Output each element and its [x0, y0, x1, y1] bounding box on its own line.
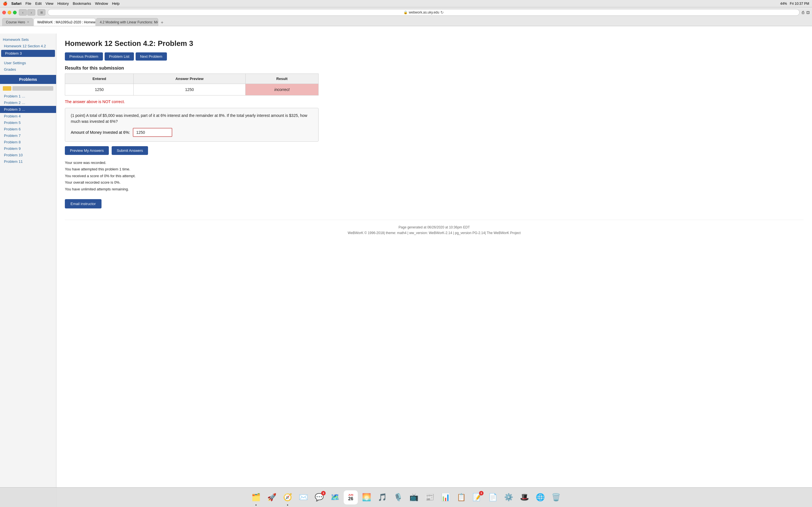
bookmarks-menu[interactable]: Bookmarks [73, 1, 91, 6]
main-content: Homework 12 Section 4.2: Problem 3 Previ… [56, 34, 812, 507]
previous-problem-button[interactable]: Previous Problem [65, 52, 103, 61]
sidebar-item-problem4[interactable]: Problem 4 [0, 113, 56, 119]
close-button[interactable] [2, 11, 6, 14]
share-icon[interactable]: ⎙ [802, 10, 804, 15]
sidebar-homework-sets-link[interactable]: Homework Sets [0, 36, 56, 43]
dock-mail[interactable]: ✉️ [296, 490, 310, 504]
dock-trash[interactable]: 🗑️ [549, 490, 563, 504]
problem-box: (1 point) A total of $5,000 was invested… [65, 108, 319, 142]
maximize-button[interactable] [13, 11, 17, 14]
dock-numbers[interactable]: 📊 [439, 490, 453, 504]
history-menu[interactable]: History [57, 1, 68, 6]
sidebar-homework-12-link[interactable]: Homework 12 Section 4.2 [0, 43, 56, 49]
dock-keynote[interactable]: 📋 [454, 490, 468, 504]
dock-news[interactable]: 📰 [423, 490, 437, 504]
view-menu[interactable]: View [46, 1, 54, 6]
forward-button[interactable]: › [28, 9, 35, 15]
sidebar-problem-3-active[interactable]: Problem 3 [1, 50, 55, 57]
dock-safari[interactable]: 🧭 [281, 490, 295, 504]
footer-line-2: WeBWorK © 1996-2018| theme: math4 | ww_v… [69, 230, 799, 236]
dock-maps[interactable]: 🗺️ [328, 490, 342, 504]
help-menu[interactable]: Help [112, 1, 119, 6]
sidebar-item-problem3-active[interactable]: Problem 3 … [0, 106, 56, 113]
dock-calendar[interactable]: JUN 26 [344, 490, 358, 504]
email-instructor-button[interactable]: Email instructor [65, 199, 101, 209]
dock-music[interactable]: 🎵 [375, 490, 389, 504]
browser-chrome: ‹ › ⊞ 🔒 webwork.as.uky.edu ↻ ⎙ ⊡ Course … [0, 7, 812, 26]
apple-menu-icon[interactable]: 🍎 [3, 1, 7, 6]
address-bar[interactable]: 🔒 webwork.as.uky.edu ↻ [48, 9, 800, 16]
sidebar-grades-link[interactable]: Grades [0, 66, 56, 73]
progress-yellow-fill [3, 86, 11, 91]
dock-finder[interactable]: 🗂️ [249, 490, 263, 504]
tab-webwork[interactable]: WeBWorK : MA109Su2-2020 : Homework_12_Se… [34, 18, 96, 26]
tab-close-icon[interactable]: ✕ [27, 20, 29, 24]
new-tab-icon[interactable]: ⊡ [806, 10, 810, 15]
next-problem-button[interactable]: Next Problem [136, 52, 167, 61]
sidebar-item-problem10[interactable]: Problem 10 [0, 152, 56, 158]
safari-menu[interactable]: Safari [11, 1, 21, 6]
input-row: Amount of Money Invested at 6%: [71, 128, 313, 137]
dock-alfred[interactable]: 🎩 [517, 490, 531, 504]
money-invested-input[interactable] [133, 128, 172, 137]
tab-label: 4.2 Modeling with Linear Functions: MA10… [100, 20, 158, 24]
back-button[interactable]: ‹ [19, 9, 27, 15]
browser-tabs: Course Hero ✕ WeBWorK : MA109Su2-2020 : … [2, 17, 810, 26]
result-value: incorrect [245, 84, 318, 96]
sidebar: Homework Sets Homework 12 Section 4.2 Pr… [0, 34, 56, 507]
submit-answers-button[interactable]: Submit Answers [112, 146, 148, 155]
dock-podcasts[interactable]: 🎙️ [391, 490, 405, 504]
sidebar-item-problem1[interactable]: Problem 1 … [0, 93, 56, 100]
page-footer: Page generated at 06/26/2020 at 10:36pm … [65, 220, 804, 240]
url-text: webwork.as.uky.edu [409, 10, 439, 14]
score-line-5: You have unlimited attempts remaining. [65, 186, 804, 192]
problem-text: (1 point) A total of $5,000 was invested… [71, 113, 313, 124]
dock-photos[interactable]: 🌅 [359, 490, 373, 504]
dock-word[interactable]: 📄 [486, 490, 500, 504]
edit-menu[interactable]: Edit [35, 1, 42, 6]
window-menu[interactable]: Window [95, 1, 108, 6]
sidebar-item-problem2[interactable]: Problem 2 … [0, 100, 56, 106]
tab-course-hero[interactable]: Course Hero ✕ [2, 18, 33, 26]
clock: Fri 10:37 PM [790, 2, 809, 6]
sidebar-toggle-button[interactable]: ⊞ [38, 9, 45, 15]
tab-label: WeBWorK : MA109Su2-2020 : Homework_12_Se… [37, 20, 96, 24]
not-correct-message: The answer above is NOT correct. [65, 100, 804, 104]
score-info: Your score was recorded. You have attemp… [65, 159, 804, 192]
sidebar-item-problem8[interactable]: Problem 8 [0, 139, 56, 145]
dock-appletv[interactable]: 📺 [407, 490, 421, 504]
problems-header: Problems [0, 75, 56, 84]
score-line-1: Your score was recorded. [65, 159, 804, 166]
answer-preview-header: Answer Preview [134, 74, 246, 84]
score-line-4: Your overall recorded score is 0%. [65, 179, 804, 186]
problem-list-button[interactable]: Problem List [105, 52, 134, 61]
results-table: Entered Answer Preview Result 1250 1250 … [65, 73, 319, 96]
tab-modeling[interactable]: 4.2 Modeling with Linear Functions: MA10… [96, 18, 158, 26]
dock-notes[interactable]: 📝3 [470, 490, 484, 504]
entered-value: 1250 [65, 84, 134, 96]
sidebar-item-problem6[interactable]: Problem 6 [0, 126, 56, 132]
file-menu[interactable]: File [26, 1, 31, 6]
minimize-button[interactable] [8, 11, 11, 14]
lock-icon: 🔒 [403, 10, 408, 14]
reload-icon[interactable]: ↻ [441, 10, 444, 15]
dock-chrome[interactable]: 🌐 [533, 490, 547, 504]
dock-messages[interactable]: 💬3 [312, 490, 326, 504]
input-label: Amount of Money Invested at 6%: [71, 130, 130, 135]
new-tab-button[interactable]: + [159, 19, 165, 26]
sidebar-user-settings-link[interactable]: User Settings [0, 60, 56, 66]
tab-label: Course Hero [6, 20, 25, 24]
footer-line-1: Page generated at 06/26/2020 at 10:36pm … [69, 224, 799, 230]
page-layout: Homework Sets Homework 12 Section 4.2 Pr… [0, 34, 812, 507]
preview-my-answers-button[interactable]: Preview My Answers [65, 146, 109, 155]
sidebar-item-problem5[interactable]: Problem 5 [0, 119, 56, 126]
sidebar-item-problem11[interactable]: Problem 11 [0, 158, 56, 165]
dock-launchpad[interactable]: 🚀 [265, 490, 279, 504]
sidebar-item-problem7[interactable]: Problem 7 [0, 132, 56, 139]
dock-systemprefs[interactable]: ⚙️ [502, 490, 516, 504]
result-header: Result [245, 74, 318, 84]
sidebar-item-problem9[interactable]: Problem 9 [0, 145, 56, 152]
score-line-3: You received a score of 0% for this atte… [65, 173, 804, 179]
traffic-lights [2, 11, 17, 14]
results-title: Results for this submission [65, 66, 804, 71]
